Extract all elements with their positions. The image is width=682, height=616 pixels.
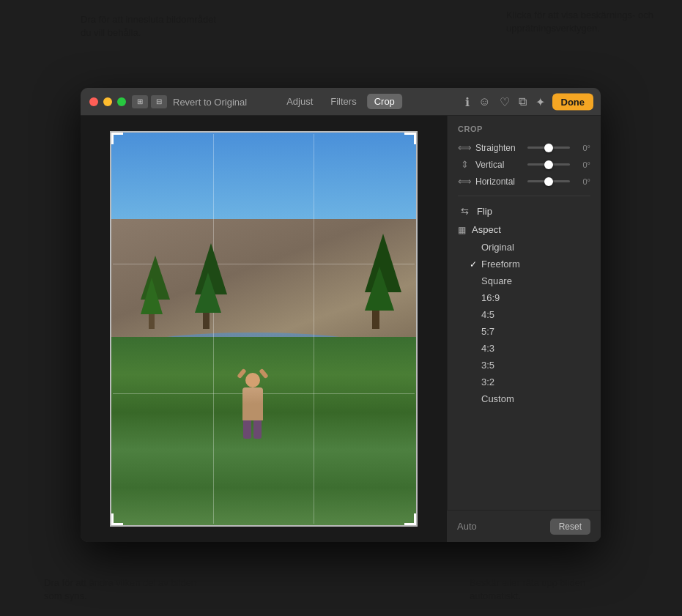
aspect-label-custom: Custom — [481, 393, 514, 404]
aspect-label-4-5: 4:5 — [481, 309, 494, 320]
aspect-label-4-3: 4:3 — [481, 343, 494, 354]
tab-filters[interactable]: Filters — [323, 94, 363, 109]
aspect-item-16-9[interactable]: 16:9 — [465, 289, 590, 306]
tab-crop[interactable]: Crop — [367, 94, 402, 109]
main-window: ⊞ ⊟ Revert to Original Adjust Filters Cr… — [81, 88, 601, 542]
annotation-bottom-left: Dra för att ändra vilken del av bilden s… — [44, 576, 205, 603]
panel-title: CROP — [448, 125, 601, 139]
photo — [110, 131, 418, 527]
photo-container[interactable] — [110, 131, 418, 527]
emoji-button[interactable]: ☺ — [477, 94, 492, 110]
flip-icon: ⇆ — [458, 206, 471, 217]
horizontal-value: 0° — [574, 177, 590, 186]
trees-layer — [127, 172, 401, 329]
aspect-item-4-5[interactable]: 4:5 — [465, 306, 590, 323]
titlebar: ⊞ ⊟ Revert to Original Adjust Filters Cr… — [81, 88, 601, 116]
annotation-bottom-right: Beskär eller räta upp bilden automatiskt… — [470, 576, 638, 603]
grid-view-button[interactable]: ⊞ — [132, 95, 148, 108]
bottom-bar: Auto Reset — [447, 510, 601, 542]
person — [242, 373, 263, 439]
view-controls: ⊞ ⊟ — [132, 95, 167, 108]
aspect-header[interactable]: ▦ Aspect — [458, 220, 590, 239]
vertical-thumb — [544, 160, 553, 169]
horizontal-label: Horizontal — [475, 177, 523, 187]
annotation-top-left: Dra för att innesluta bildområdet du vil… — [81, 13, 227, 40]
nav-tabs: Adjust Filters Crop — [279, 94, 402, 109]
aspect-item-custom[interactable]: Custom — [465, 390, 590, 407]
horizontal-row: ⟺ Horizontal 0° — [448, 173, 601, 190]
aspect-label-freeform: Freeform — [481, 259, 520, 270]
vertical-icon: ⇕ — [458, 159, 471, 170]
meadow-layer — [111, 337, 416, 525]
horizontal-thumb — [544, 177, 553, 186]
maximize-button[interactable] — [117, 97, 126, 106]
aspect-icon: ▦ — [458, 225, 466, 235]
done-button[interactable]: Done — [552, 93, 594, 110]
share-button[interactable]: ⧉ — [517, 94, 528, 110]
aspect-item-3-5[interactable]: 3:5 — [465, 357, 590, 374]
aspect-item-square[interactable]: Square — [465, 272, 590, 289]
aspect-section: ▦ Aspect Original ✓ Freeform — [448, 220, 601, 407]
tab-adjust[interactable]: Adjust — [279, 94, 320, 109]
annotation-top-right: Klicka för att visa beskärnings- och upp… — [506, 9, 667, 35]
vertical-slider[interactable] — [527, 163, 570, 166]
aspect-label-5-7: 5:7 — [481, 326, 494, 337]
content-area: CROP ⟺ Straighten 0° ⇕ Vertical 0° — [81, 116, 601, 542]
straighten-icon: ⟺ — [458, 142, 471, 153]
aspect-item-freeform[interactable]: ✓ Freeform — [465, 256, 590, 272]
straighten-value: 0° — [574, 144, 590, 152]
horizontal-slider[interactable] — [527, 180, 570, 182]
right-panel: CROP ⟺ Straighten 0° ⇕ Vertical 0° — [447, 116, 601, 542]
aspect-item-3-2[interactable]: 3:2 — [465, 374, 590, 390]
vertical-row: ⇕ Vertical 0° — [448, 156, 601, 173]
auto-button[interactable]: Auto — [457, 521, 477, 532]
aspect-label-original: Original — [481, 242, 514, 253]
flip-row[interactable]: ⇆ Flip — [448, 202, 601, 220]
enhance-button[interactable]: ✦ — [534, 93, 546, 110]
straighten-thumb — [544, 144, 553, 152]
straighten-row: ⟺ Straighten 0° — [448, 139, 601, 156]
straighten-slider[interactable] — [527, 146, 570, 149]
aspect-item-5-7[interactable]: 5:7 — [465, 323, 590, 340]
revert-button[interactable]: Revert to Original — [168, 94, 251, 108]
aspect-label-square: Square — [481, 275, 512, 286]
horizontal-icon: ⟺ — [458, 176, 471, 187]
aspect-item-4-3[interactable]: 4:3 — [465, 340, 590, 357]
reset-button[interactable]: Reset — [550, 519, 590, 535]
divider-1 — [458, 196, 590, 196]
aspect-check-freeform: ✓ — [470, 259, 481, 270]
vertical-value: 0° — [574, 160, 590, 169]
heart-button[interactable]: ♡ — [498, 93, 511, 110]
aspect-list: Original ✓ Freeform Square — [458, 239, 590, 407]
aspect-label-16-9: 16:9 — [481, 292, 500, 303]
photo-area — [81, 116, 447, 542]
titlebar-right: ℹ ☺ ♡ ⧉ ✦ Done — [464, 93, 593, 110]
info-button[interactable]: ℹ — [464, 93, 471, 110]
flip-label: Flip — [477, 206, 492, 217]
straighten-label: Straighten — [475, 143, 523, 153]
close-button[interactable] — [89, 97, 98, 106]
minimize-button[interactable] — [103, 97, 112, 106]
aspect-item-original[interactable]: Original — [465, 239, 590, 256]
vertical-label: Vertical — [475, 160, 523, 170]
traffic-lights — [89, 97, 126, 106]
aspect-label: Aspect — [472, 224, 501, 235]
aspect-label-3-2: 3:2 — [481, 376, 494, 387]
aspect-label-3-5: 3:5 — [481, 360, 494, 371]
split-view-button[interactable]: ⊟ — [151, 95, 167, 108]
